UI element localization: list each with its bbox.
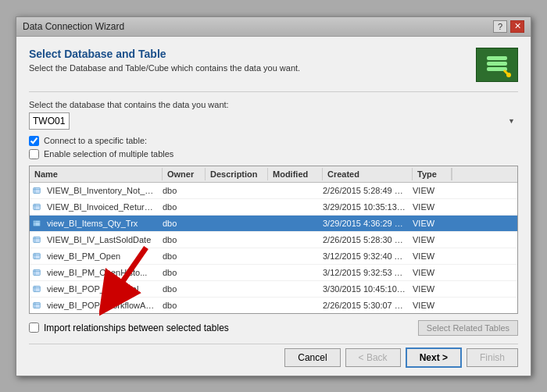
title-bar: Data Connection Wizard ? ✕ <box>16 17 531 37</box>
row-owner: dbo <box>159 184 202 197</box>
row-type: VIEW <box>409 201 449 213</box>
table-row[interactable]: view_BI_Items_Qty_Trx dbo 3/29/2015 4:36… <box>30 216 517 232</box>
row-description <box>202 205 265 208</box>
next-button[interactable]: Next > <box>406 347 462 368</box>
help-button[interactable]: ? <box>493 20 507 33</box>
bottom-area: Import relationships between selected ta… <box>29 320 518 368</box>
row-name: VIEW_BI_Inventory_Not_Av... <box>44 184 159 197</box>
svg-rect-0 <box>487 56 507 60</box>
connect-specific-row: Connect to a specific table: <box>29 136 518 146</box>
database-select-wrapper: TWO01 <box>29 112 518 130</box>
row-type: VIEW <box>409 184 449 197</box>
svg-rect-11 <box>34 220 41 226</box>
header-area: Select Database and Table Select the Dat… <box>29 48 518 82</box>
row-modified <box>265 255 320 258</box>
close-button[interactable]: ✕ <box>510 20 524 33</box>
finish-button[interactable]: Finish <box>467 348 518 367</box>
row-created: 3/29/2015 4:36:29 PM <box>320 217 409 230</box>
cancel-button[interactable]: Cancel <box>284 348 340 367</box>
row-modified <box>265 205 320 208</box>
col-header-created: Created <box>323 168 413 180</box>
svg-rect-5 <box>34 187 41 193</box>
connect-specific-label: Connect to a specific table: <box>44 136 147 145</box>
row-owner: dbo <box>159 250 202 262</box>
page-subtitle: Select the Database and Table/Cube which… <box>29 63 300 73</box>
col-header-name: Name <box>30 168 163 180</box>
svg-point-4 <box>506 73 511 77</box>
row-icon <box>30 249 44 263</box>
table-row[interactable]: VIEW_BI_IV_LastSoldDate dbo 2/26/2015 5:… <box>30 232 517 248</box>
row-created: 2/26/2015 5:28:49 PM <box>320 184 409 197</box>
row-description <box>202 238 265 241</box>
svg-rect-14 <box>34 237 41 242</box>
row-name: view_BI_POP_Approval <box>44 283 159 295</box>
table-row[interactable]: view_BI_PM_Open dbo 3/12/2015 9:32:40 AM… <box>30 248 517 265</box>
row-icon <box>30 265 44 280</box>
wizard-icon <box>476 48 518 82</box>
col-header-modified: Modified <box>268 168 323 180</box>
import-row: Import relationships between selected ta… <box>29 320 518 336</box>
table-area: Name Owner Description Modified Created … <box>29 166 518 314</box>
connect-specific-checkbox[interactable] <box>29 136 39 146</box>
import-relationships-label: Import relationships between selected ta… <box>44 323 229 333</box>
svg-rect-17 <box>34 253 41 258</box>
database-select[interactable]: TWO01 <box>29 112 70 130</box>
svg-rect-8 <box>34 204 41 209</box>
row-owner: dbo <box>159 266 202 279</box>
main-window: Data Connection Wizard ? ✕ Select Databa… <box>16 16 531 376</box>
row-type: VIEW <box>409 283 449 295</box>
table-row[interactable]: view_BI_POP_WorkflowAp... dbo 2/26/2015 … <box>30 298 517 313</box>
row-created: 3/29/2015 10:35:13 PM <box>320 201 409 213</box>
row-icon <box>30 216 44 230</box>
table-header: Name Owner Description Modified Created … <box>30 166 517 183</box>
row-owner: dbo <box>159 217 202 230</box>
row-created: 3/12/2015 9:32:40 AM <box>320 250 409 262</box>
row-name: view_BI_POP_WorkflowAp... <box>44 299 159 312</box>
page-title: Select Database and Table <box>29 48 300 60</box>
table-body: VIEW_BI_Inventory_Not_Av... dbo 2/26/201… <box>30 183 517 313</box>
row-description <box>202 255 265 258</box>
row-modified <box>265 304 320 307</box>
col-header-description: Description <box>206 168 268 180</box>
database-icon <box>482 50 512 80</box>
table-row[interactable]: VIEW_BI_Invoiced_Returned dbo 3/29/2015 … <box>30 199 517 216</box>
row-description <box>202 287 265 290</box>
svg-rect-1 <box>487 62 507 66</box>
row-icon <box>30 233 44 247</box>
row-type: VIEW <box>409 299 449 312</box>
row-name: VIEW_BI_IV_LastSoldDate <box>44 233 159 246</box>
header-text: Select Database and Table Select the Dat… <box>29 48 300 73</box>
row-owner: dbo <box>159 233 202 246</box>
import-relationships-checkbox[interactable] <box>29 323 39 333</box>
row-owner: dbo <box>159 283 202 295</box>
table-row[interactable]: view_BI_POP_Approval dbo 3/30/2015 10:45… <box>30 281 517 298</box>
row-icon <box>30 200 44 214</box>
row-type: VIEW <box>409 266 449 279</box>
back-button[interactable]: < Back <box>345 348 401 367</box>
database-select-row: TWO01 <box>29 112 518 130</box>
row-name: view_BI_Items_Qty_Trx <box>44 217 159 230</box>
enable-multiple-row: Enable selection of multiple tables <box>29 149 518 159</box>
svg-rect-26 <box>34 302 41 308</box>
select-related-button[interactable]: Select Related Tables <box>418 320 518 336</box>
table-row[interactable]: view_BI_PM_OpenHisto... dbo 3/12/2015 9:… <box>30 265 517 281</box>
svg-rect-23 <box>34 286 41 291</box>
svg-rect-20 <box>34 269 41 275</box>
title-bar-controls: ? ✕ <box>493 20 524 33</box>
row-modified <box>265 189 320 192</box>
table-row[interactable]: VIEW_BI_Inventory_Not_Av... dbo 2/26/201… <box>30 183 517 199</box>
row-modified <box>265 287 320 290</box>
row-icon <box>30 282 44 296</box>
enable-multiple-checkbox[interactable] <box>29 149 39 159</box>
row-name: VIEW_BI_Invoiced_Returned <box>44 201 159 213</box>
row-description <box>202 271 265 274</box>
row-created: 3/12/2015 9:32:53 AM <box>320 266 409 279</box>
enable-multiple-label: Enable selection of multiple tables <box>44 149 173 159</box>
col-header-owner: Owner <box>163 168 206 180</box>
row-modified <box>265 271 320 274</box>
content-area: Select Database and Table Select the Dat… <box>16 37 531 376</box>
row-name: view_BI_PM_OpenHisto... <box>44 266 159 279</box>
row-icon <box>30 298 44 312</box>
row-description <box>202 304 265 307</box>
import-left: Import relationships between selected ta… <box>29 323 229 333</box>
